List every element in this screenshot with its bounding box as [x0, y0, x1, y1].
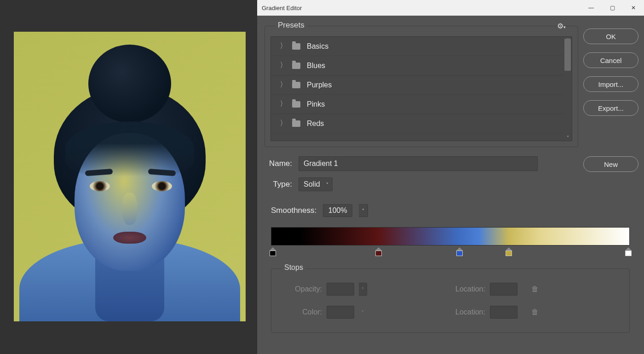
type-select[interactable]: Solid ˅ — [299, 177, 333, 191]
ok-button[interactable]: OK — [583, 29, 638, 44]
folder-icon — [292, 82, 300, 88]
color-stop-1[interactable] — [375, 247, 382, 256]
dialog-title: Gradient Editor — [262, 5, 302, 11]
color-location-row: Location: 🗑 — [455, 306, 539, 319]
preset-folder-pinks[interactable]: 〉Pinks — [271, 95, 572, 114]
chevron-right-icon: 〉 — [280, 118, 286, 128]
location-label-1: Location: — [455, 285, 485, 293]
chevron-down-icon[interactable]: ˅ — [362, 310, 364, 315]
opacity-input[interactable] — [327, 283, 354, 296]
presets-legend: Presets — [275, 21, 307, 30]
maximize-icon: ▢ — [610, 5, 615, 11]
scroll-down-icon[interactable]: ˅ — [564, 134, 571, 141]
scroll-thumb[interactable] — [564, 39, 571, 71]
chevron-right-icon: 〉 — [280, 80, 286, 90]
preset-folder-purples[interactable]: 〉Purples — [271, 75, 572, 95]
color-row: Color: ˅ — [290, 306, 364, 319]
type-row: Type: Solid ˅ — [264, 177, 333, 191]
name-label: Name: — [264, 159, 292, 168]
preset-label: Purples — [307, 81, 332, 89]
folder-icon — [292, 101, 300, 108]
preset-label: Pinks — [307, 100, 325, 108]
minimize-icon: — — [588, 5, 594, 11]
close-button[interactable]: ✕ — [623, 0, 644, 16]
action-column: OK Cancel Import... Export... — [583, 29, 638, 116]
stops-fieldset: Stops Opacity: ˅ Location: 🗑 Color: ˅ Lo… — [271, 268, 630, 333]
preset-label: Basics — [307, 42, 328, 51]
chevron-right-icon: 〉 — [280, 99, 286, 109]
chevron-right-icon: 〉 — [280, 60, 286, 70]
opacity-location-row: Location: 🗑 — [455, 283, 539, 296]
color-label: Color: — [290, 308, 322, 316]
stops-legend: Stops — [282, 263, 306, 272]
preset-label: Reds — [307, 120, 324, 128]
name-input[interactable] — [299, 156, 538, 171]
import-button[interactable]: Import... — [583, 76, 638, 92]
maximize-button[interactable]: ▢ — [602, 0, 623, 16]
new-button[interactable]: New — [583, 156, 638, 172]
color-stop-3[interactable] — [506, 247, 512, 256]
gradient-area — [271, 227, 630, 246]
dialog-content: OK Cancel Import... Export... New Preset… — [257, 16, 644, 354]
gradient-bar[interactable] — [271, 227, 630, 246]
preset-folder-reds[interactable]: 〉Reds — [271, 114, 572, 133]
folder-icon — [292, 43, 300, 50]
color-stop-4[interactable] — [625, 247, 632, 256]
trash-icon[interactable]: 🗑 — [531, 308, 539, 316]
minimize-button[interactable]: — — [581, 0, 602, 16]
name-row: Name: — [264, 156, 538, 171]
gradient-editor-dialog: Gradient Editor — ▢ ✕ OK Cancel Import..… — [257, 0, 644, 354]
folder-icon — [292, 63, 300, 69]
type-value: Solid — [304, 180, 320, 188]
smoothness-label: Smoothness: — [271, 206, 316, 215]
export-button[interactable]: Export... — [583, 100, 638, 116]
opacity-row: Opacity: ˅ — [290, 283, 367, 296]
chevron-down-icon: ˅ — [326, 182, 328, 187]
type-label: Type: — [264, 180, 292, 189]
chevron-right-icon: 〉 — [280, 41, 286, 51]
document-preview — [14, 32, 246, 321]
gear-icon[interactable]: ⚙▾ — [557, 22, 566, 30]
preset-folder-blues[interactable]: 〉Blues — [271, 56, 572, 75]
preset-folder-basics[interactable]: 〉Basics — [271, 37, 572, 56]
color-location-input[interactable] — [490, 306, 518, 319]
cancel-button[interactable]: Cancel — [583, 52, 638, 68]
trash-icon[interactable]: 🗑 — [531, 285, 539, 293]
color-stop-2[interactable] — [456, 247, 463, 256]
presets-scrollbar[interactable]: ˄ ˅ — [564, 37, 572, 141]
portrait-image — [14, 32, 246, 321]
preset-label: Blues — [307, 62, 325, 70]
folder-icon — [292, 120, 300, 127]
color-swatch[interactable] — [327, 306, 354, 319]
opacity-location-input[interactable] — [490, 283, 518, 296]
close-icon: ✕ — [631, 5, 636, 11]
presets-fieldset: Presets ⚙▾ 〉Basics〉Blues〉Purples〉Pinks〉R… — [264, 26, 578, 147]
smoothness-row: Smoothness: 100%˅ — [271, 204, 368, 217]
opacity-label: Opacity: — [290, 285, 322, 293]
color-stop-0[interactable] — [270, 247, 276, 256]
titlebar[interactable]: Gradient Editor — ▢ ✕ — [257, 0, 644, 16]
location-label-2: Location: — [455, 308, 485, 316]
presets-list[interactable]: 〉Basics〉Blues〉Purples〉Pinks〉Reds ˄ ˅ — [270, 36, 572, 141]
smoothness-input[interactable]: 100% — [323, 204, 352, 217]
smoothness-dropdown[interactable]: ˅ — [359, 204, 368, 217]
opacity-dropdown[interactable]: ˅ — [359, 283, 367, 296]
